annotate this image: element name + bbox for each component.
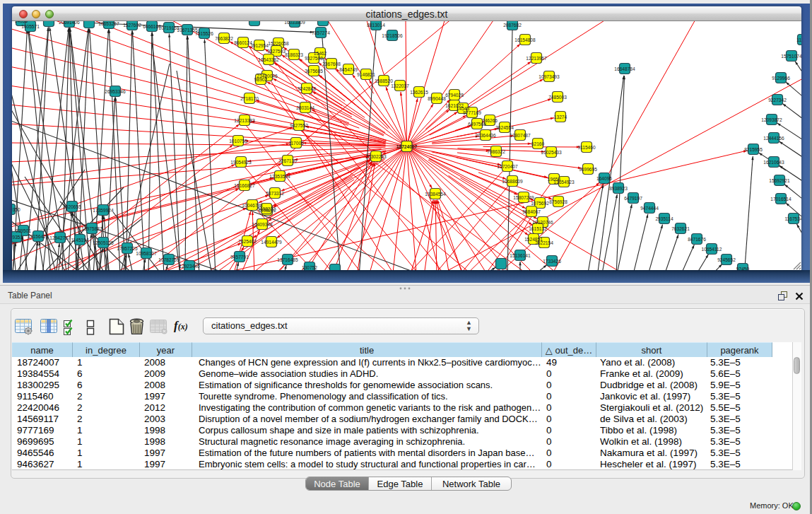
svg-text:7986322: 7986322 bbox=[487, 149, 505, 154]
svg-text:9227342: 9227342 bbox=[768, 98, 787, 103]
svg-text:12213967: 12213967 bbox=[526, 56, 547, 61]
svg-text:9699695: 9699695 bbox=[579, 167, 597, 172]
svg-text:16210643: 16210643 bbox=[763, 160, 784, 165]
svg-text:15136141: 15136141 bbox=[510, 253, 531, 258]
svg-text:117006: 117006 bbox=[288, 141, 304, 146]
svg-text:1145194: 1145194 bbox=[71, 238, 89, 243]
svg-text:8990448: 8990448 bbox=[428, 96, 446, 101]
svg-text:2718170: 2718170 bbox=[240, 96, 259, 101]
svg-text:20691406: 20691406 bbox=[59, 21, 80, 25]
svg-text:92450: 92450 bbox=[736, 267, 750, 271]
svg-text:1733426: 1733426 bbox=[543, 259, 561, 264]
svg-text:12444156: 12444156 bbox=[763, 136, 784, 141]
svg-text:10025433: 10025433 bbox=[541, 150, 562, 155]
svg-text:5498222: 5498222 bbox=[257, 206, 276, 211]
svg-text:9146821: 9146821 bbox=[357, 72, 375, 77]
svg-text:39351: 39351 bbox=[12, 235, 23, 240]
svg-text:1588520: 1588520 bbox=[375, 78, 393, 83]
svg-text:8454749: 8454749 bbox=[339, 67, 358, 72]
svg-text:12353594: 12353594 bbox=[269, 174, 290, 179]
svg-text:9115460: 9115460 bbox=[577, 145, 596, 150]
svg-text:16154808: 16154808 bbox=[514, 37, 536, 42]
svg-text:164095: 164095 bbox=[596, 176, 612, 181]
svg-text:12505135: 12505135 bbox=[93, 240, 114, 245]
svg-text:13274: 13274 bbox=[554, 115, 567, 119]
svg-text:1322037: 1322037 bbox=[391, 83, 409, 88]
svg-text:15226058: 15226058 bbox=[268, 41, 289, 46]
svg-text:8756928: 8756928 bbox=[549, 199, 567, 204]
svg-text:12213383: 12213383 bbox=[234, 118, 255, 123]
svg-text:14914479: 14914479 bbox=[261, 240, 282, 245]
svg-text:13975887: 13975887 bbox=[81, 226, 102, 231]
svg-text:7857274: 7857274 bbox=[312, 30, 330, 35]
svg-text:5873312: 5873312 bbox=[266, 191, 284, 196]
svg-text:8938923: 8938923 bbox=[609, 186, 628, 191]
svg-text:13716485: 13716485 bbox=[277, 257, 298, 262]
svg-text:1075692: 1075692 bbox=[531, 201, 549, 206]
svg-text:15720407: 15720407 bbox=[497, 164, 518, 169]
svg-text:1167534: 1167534 bbox=[784, 216, 801, 221]
svg-text:10688609: 10688609 bbox=[502, 179, 523, 184]
svg-text:9474444: 9474444 bbox=[640, 206, 659, 211]
svg-text:9245652: 9245652 bbox=[717, 257, 736, 262]
svg-text:6497568: 6497568 bbox=[468, 122, 486, 127]
svg-text:2935114: 2935114 bbox=[655, 216, 673, 221]
svg-text:14055: 14055 bbox=[15, 21, 28, 23]
svg-text:19218506: 19218506 bbox=[382, 33, 403, 38]
svg-text:9684067: 9684067 bbox=[522, 209, 541, 214]
svg-text:130752: 130752 bbox=[302, 265, 317, 270]
svg-text:7632621: 7632621 bbox=[671, 226, 690, 231]
svg-text:15807249: 15807249 bbox=[513, 195, 534, 200]
svg-text:26953346: 26953346 bbox=[105, 89, 126, 94]
svg-text:11125: 11125 bbox=[796, 37, 801, 42]
svg-text:62160: 62160 bbox=[531, 141, 545, 146]
svg-text:16543382: 16543382 bbox=[258, 57, 279, 62]
svg-text:1615132: 1615132 bbox=[529, 226, 547, 231]
svg-text:16648784: 16648784 bbox=[614, 66, 635, 71]
svg-text:9427552: 9427552 bbox=[290, 123, 308, 128]
svg-text:8813014: 8813014 bbox=[367, 23, 385, 28]
svg-text:25302283: 25302283 bbox=[365, 154, 387, 159]
svg-text:18724007: 18724007 bbox=[396, 144, 418, 149]
svg-text:15692921: 15692921 bbox=[769, 178, 790, 183]
svg-text:9777169: 9777169 bbox=[463, 110, 481, 115]
svg-text:17957225: 17957225 bbox=[117, 246, 138, 251]
svg-text:7485003: 7485003 bbox=[548, 95, 567, 100]
svg-text:7515526: 7515526 bbox=[195, 31, 213, 36]
svg-text:1527602: 1527602 bbox=[123, 23, 141, 28]
svg-text:13654923: 13654923 bbox=[553, 180, 575, 185]
svg-text:8186323: 8186323 bbox=[285, 52, 303, 57]
svg-text:1362615: 1362615 bbox=[410, 90, 428, 95]
svg-text:2087682: 2087682 bbox=[503, 23, 522, 28]
svg-text:3624554: 3624554 bbox=[495, 125, 514, 130]
svg-text:10958107: 10958107 bbox=[136, 251, 157, 256]
svg-text:2803144: 2803144 bbox=[296, 105, 314, 110]
svg-text:19054923: 19054923 bbox=[230, 160, 252, 165]
svg-text:10782759: 10782759 bbox=[158, 257, 180, 262]
svg-text:9327508: 9327508 bbox=[305, 56, 323, 61]
svg-text:2522154: 2522154 bbox=[535, 240, 553, 245]
svg-text:12093872: 12093872 bbox=[761, 117, 782, 122]
svg-text:7625402: 7625402 bbox=[238, 239, 257, 244]
svg-text:1010755: 1010755 bbox=[229, 139, 247, 144]
svg-text:2367608: 2367608 bbox=[322, 62, 341, 66]
svg-text:20364436: 20364436 bbox=[475, 133, 496, 138]
svg-text:17359924: 17359924 bbox=[93, 208, 114, 213]
svg-text:3267130: 3267130 bbox=[278, 158, 297, 163]
svg-text:3675685: 3675685 bbox=[305, 69, 323, 74]
svg-text:98902: 98902 bbox=[254, 77, 268, 82]
svg-text:2020655: 2020655 bbox=[63, 204, 81, 209]
svg-text:16033809: 16033809 bbox=[284, 21, 305, 25]
svg-text:939501: 939501 bbox=[16, 228, 31, 233]
svg-text:8215955: 8215955 bbox=[744, 147, 763, 152]
svg-text:16409348: 16409348 bbox=[252, 222, 273, 227]
svg-text:19384554: 19384554 bbox=[425, 192, 446, 197]
svg-text:6479197: 6479197 bbox=[624, 196, 642, 201]
svg-text:3912954: 3912954 bbox=[250, 43, 269, 48]
svg-text:19166827: 19166827 bbox=[234, 183, 255, 188]
svg-text:12156429: 12156429 bbox=[28, 234, 49, 239]
svg-text:15462: 15462 bbox=[314, 51, 327, 56]
svg-text:10807487: 10807487 bbox=[510, 133, 531, 138]
svg-text:10653267: 10653267 bbox=[98, 21, 119, 26]
svg-text:17016514: 17016514 bbox=[770, 197, 792, 201]
